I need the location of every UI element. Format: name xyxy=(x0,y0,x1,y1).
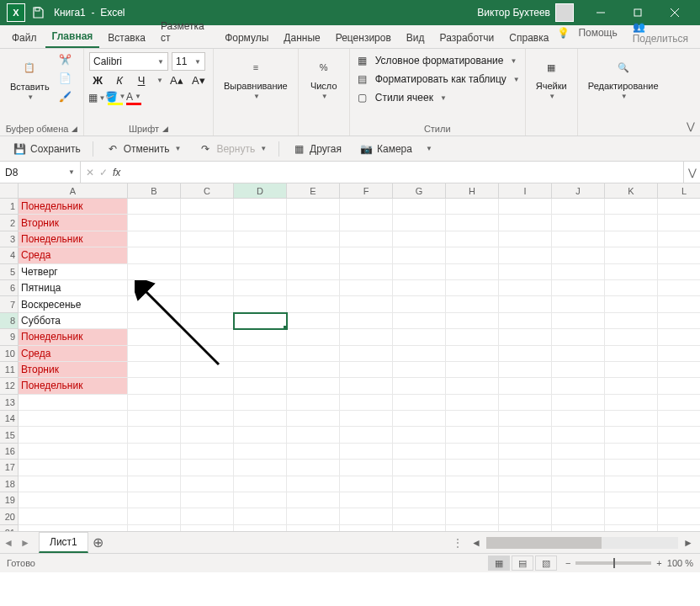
cell[interactable] xyxy=(658,378,700,394)
editing-button[interactable]: 🔍 Редактирование ▼ xyxy=(583,52,664,104)
select-all-corner[interactable] xyxy=(0,183,19,199)
cell[interactable] xyxy=(499,525,552,532)
cell[interactable] xyxy=(128,329,181,345)
dialog-launcher-icon[interactable]: ◢ xyxy=(162,125,168,133)
cell[interactable]: Среда xyxy=(19,346,128,362)
alignment-button[interactable]: ≡ Выравнивание ▼ xyxy=(219,52,293,104)
page-break-view-icon[interactable]: ▧ xyxy=(535,556,557,571)
cell[interactable] xyxy=(287,362,340,378)
cell[interactable] xyxy=(340,215,393,231)
cell[interactable] xyxy=(605,264,658,280)
cell[interactable] xyxy=(499,215,552,231)
cell[interactable] xyxy=(287,346,340,362)
cell[interactable] xyxy=(446,411,499,427)
cell[interactable] xyxy=(128,378,181,394)
cell[interactable]: Суббота xyxy=(19,313,128,329)
cell[interactable] xyxy=(605,508,658,524)
cell[interactable] xyxy=(446,427,499,443)
cell[interactable] xyxy=(234,525,287,532)
cell[interactable] xyxy=(128,264,181,280)
increase-font-icon[interactable]: A▴ xyxy=(168,74,185,87)
cell[interactable] xyxy=(181,199,234,215)
normal-view-icon[interactable]: ▦ xyxy=(488,556,510,571)
cell[interactable]: Вторник xyxy=(19,215,128,231)
row-header[interactable]: 21 xyxy=(0,525,19,532)
row-header[interactable]: 5 xyxy=(0,264,19,280)
cell[interactable] xyxy=(19,492,128,508)
cell[interactable] xyxy=(181,313,234,329)
cell[interactable] xyxy=(287,460,340,476)
cell[interactable] xyxy=(499,313,552,329)
cell[interactable] xyxy=(499,395,552,411)
sheet-tab[interactable]: Лист1 xyxy=(39,532,88,553)
cell[interactable] xyxy=(287,329,340,345)
cell[interactable] xyxy=(658,313,700,329)
cell[interactable] xyxy=(181,525,234,532)
cell[interactable] xyxy=(605,395,658,411)
font-color-icon[interactable]: A▼ xyxy=(126,90,141,105)
cell[interactable] xyxy=(234,264,287,280)
cell[interactable]: Понедельник xyxy=(19,329,128,345)
cell[interactable] xyxy=(446,508,499,524)
cell[interactable] xyxy=(552,215,605,231)
cell[interactable] xyxy=(393,508,446,524)
cell[interactable] xyxy=(234,460,287,476)
cell[interactable] xyxy=(287,247,340,263)
cell[interactable] xyxy=(446,346,499,362)
cell[interactable] xyxy=(287,525,340,532)
row-header[interactable]: 6 xyxy=(0,280,19,296)
cell[interactable] xyxy=(340,395,393,411)
cell[interactable] xyxy=(499,492,552,508)
cell[interactable] xyxy=(499,427,552,443)
row-header[interactable]: 15 xyxy=(0,427,19,443)
cell[interactable] xyxy=(393,444,446,460)
cell[interactable] xyxy=(658,427,700,443)
cell[interactable] xyxy=(552,329,605,345)
other-button[interactable]: ▦Другая xyxy=(286,139,347,159)
cell[interactable] xyxy=(340,231,393,247)
cell[interactable] xyxy=(234,378,287,394)
cell[interactable] xyxy=(605,492,658,508)
dialog-launcher-icon[interactable]: ◢ xyxy=(72,125,77,133)
cell[interactable]: Понедельник xyxy=(19,199,128,215)
cell[interactable] xyxy=(181,296,234,312)
column-header[interactable]: E xyxy=(287,183,340,199)
cell[interactable] xyxy=(552,378,605,394)
row-header[interactable]: 2 xyxy=(0,215,19,231)
cell[interactable] xyxy=(287,427,340,443)
cell[interactable] xyxy=(658,199,700,215)
cell[interactable] xyxy=(19,427,128,443)
cell-styles-button[interactable]: ▢Стили ячеек▼ xyxy=(355,89,520,106)
column-header[interactable]: G xyxy=(393,183,446,199)
cell[interactable] xyxy=(605,444,658,460)
enter-icon[interactable]: ✓ xyxy=(99,167,108,178)
cell[interactable] xyxy=(605,247,658,263)
cell[interactable] xyxy=(340,427,393,443)
cell[interactable] xyxy=(658,346,700,362)
cell[interactable]: Воскресенье xyxy=(19,296,128,312)
cell[interactable] xyxy=(128,215,181,231)
cell[interactable] xyxy=(658,247,700,263)
cell[interactable] xyxy=(234,444,287,460)
cell[interactable] xyxy=(446,525,499,532)
save-icon[interactable] xyxy=(30,5,45,20)
cell[interactable] xyxy=(552,444,605,460)
cell[interactable] xyxy=(287,444,340,460)
cell[interactable] xyxy=(605,215,658,231)
cell[interactable] xyxy=(499,411,552,427)
cell[interactable] xyxy=(340,444,393,460)
cell[interactable] xyxy=(499,460,552,476)
font-name-combo[interactable]: Calibri▼ xyxy=(89,52,168,71)
cell[interactable]: Среда xyxy=(19,247,128,263)
column-header[interactable]: H xyxy=(446,183,499,199)
cell[interactable] xyxy=(552,280,605,296)
cell[interactable] xyxy=(181,280,234,296)
qat-customize-icon[interactable]: ▼ xyxy=(426,145,432,152)
cell[interactable] xyxy=(340,378,393,394)
row-header[interactable]: 14 xyxy=(0,411,19,427)
paste-button[interactable]: 📋 Вставить ▼ xyxy=(5,53,55,104)
cell[interactable] xyxy=(287,378,340,394)
cell[interactable] xyxy=(499,280,552,296)
cell[interactable] xyxy=(128,313,181,329)
cell[interactable] xyxy=(446,199,499,215)
